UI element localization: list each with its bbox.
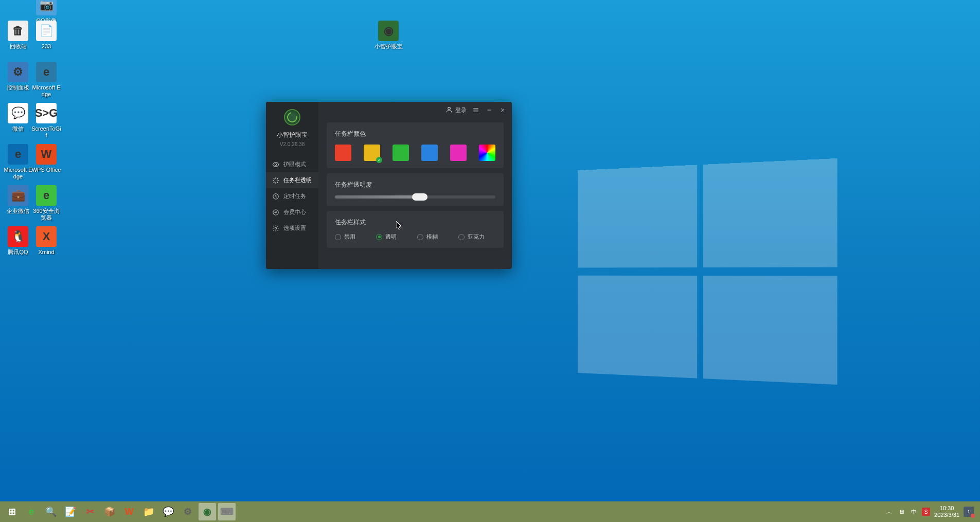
- minimize-button[interactable]: [485, 106, 493, 114]
- nav-item[interactable]: 护眼模式: [266, 156, 318, 172]
- swatch-color[interactable]: [450, 145, 467, 161]
- tray-ime1-icon[interactable]: 中: [910, 508, 918, 516]
- tray-network-icon[interactable]: 🖥: [897, 508, 905, 516]
- app-icon: e: [36, 62, 57, 82]
- system-tray: ︿ 🖥 中 S 10:30 2023/3/31 1: [885, 505, 977, 518]
- tray-notification-icon[interactable]: 1: [964, 507, 974, 517]
- login-button[interactable]: 登录: [446, 106, 467, 114]
- app-icon: e: [8, 144, 28, 165]
- radio-option[interactable]: 透明: [376, 233, 397, 241]
- nav-label: 定时任务: [283, 192, 306, 200]
- card-taskbar-color: 任务栏颜色: [327, 122, 504, 168]
- card-taskbar-style: 任务栏样式 禁用透明模糊亚克力: [327, 211, 504, 248]
- icon-label: Microsoft Edge: [31, 84, 62, 98]
- desktop-icon[interactable]: 🗑回收站: [3, 21, 33, 50]
- nav-item[interactable]: 任务栏透明: [266, 172, 318, 188]
- sparkle-icon: [272, 177, 279, 184]
- taskbar-item-snip[interactable]: ✂: [81, 503, 99, 520]
- slider-thumb[interactable]: [412, 193, 427, 201]
- app-icon: S>G: [36, 103, 57, 123]
- radio-label: 透明: [385, 233, 397, 241]
- taskbar-item-wps[interactable]: W: [120, 503, 138, 520]
- icon-label: 小智护眼宝: [373, 43, 404, 50]
- desktop-icon[interactable]: 💬微信: [3, 103, 33, 132]
- taskbar-item-start[interactable]: ⊞: [3, 503, 21, 520]
- tray-time: 10:30: [934, 505, 959, 512]
- desktop-icon[interactable]: eMicrosoft Edge: [3, 144, 33, 180]
- taskbar-item-desk[interactable]: ⌨: [218, 503, 236, 520]
- user-icon: [446, 106, 453, 114]
- app-logo-icon: [284, 109, 300, 125]
- swatch-color[interactable]: [335, 145, 351, 161]
- desktop-icon[interactable]: 💼企业微信: [3, 185, 33, 214]
- tray-date: 2023/3/31: [934, 512, 959, 518]
- desktop-icon[interactable]: e360安全浏览器: [31, 185, 62, 221]
- taskbar-item-search[interactable]: 🔍: [42, 503, 60, 520]
- tray-clock[interactable]: 10:30 2023/3/31: [934, 505, 959, 518]
- card-taskbar-opacity: 任务栏透明度: [327, 173, 504, 206]
- card-title-color: 任务栏颜色: [335, 130, 495, 138]
- snip-icon: ✂: [86, 506, 94, 517]
- icon-label: Microsoft Edge: [3, 167, 33, 180]
- taskbar-item-explorer[interactable]: 📁: [140, 503, 157, 520]
- search-icon: 🔍: [45, 506, 57, 517]
- icon-label: Xmind: [31, 249, 62, 256]
- crown-icon: [272, 209, 279, 216]
- app-sidebar: 小智护眼宝 V2.0.26.38 护眼模式任务栏透明定时任务会员中心选项设置: [266, 102, 318, 269]
- radio-option[interactable]: 亚克力: [458, 233, 485, 241]
- desktop-icon[interactable]: ◉小智护眼宝: [373, 21, 404, 50]
- tray-chevron-icon[interactable]: ︿: [885, 508, 893, 516]
- radio-option[interactable]: 禁用: [335, 233, 355, 241]
- swatch-color[interactable]: [364, 145, 380, 161]
- swatch-rainbow[interactable]: [479, 145, 495, 161]
- app-version-label: V2.0.26.38: [280, 141, 305, 147]
- eyeapp-icon: ◉: [203, 506, 211, 517]
- nav-label: 会员中心: [283, 208, 306, 216]
- nav-item[interactable]: 选项设置: [266, 220, 318, 236]
- settings-icon: ⚙: [184, 506, 192, 517]
- app-icon: 🗑: [8, 21, 28, 41]
- desktop-icon[interactable]: ⚙控制面板: [3, 62, 33, 91]
- taskbar: ⊞e🔍📝✂📦W📁💬⚙◉⌨ ︿ 🖥 中 S 10:30 2023/3/31 1: [0, 501, 980, 522]
- desk-icon: ⌨: [220, 506, 234, 517]
- taskbar-item-eyeapp[interactable]: ◉: [199, 503, 216, 520]
- desktop-icon[interactable]: XXmind: [31, 226, 62, 256]
- desktop-icon[interactable]: WWPS Office: [31, 144, 62, 173]
- app-icon: 💼: [8, 185, 28, 206]
- icon-label: 回收站: [3, 43, 33, 50]
- desktop-icon[interactable]: 📄233: [31, 21, 62, 50]
- radio-label: 禁用: [344, 233, 355, 241]
- nav-label: 选项设置: [283, 224, 306, 232]
- swatch-color[interactable]: [421, 145, 438, 161]
- taskbar-item-browser360[interactable]: e: [23, 503, 40, 520]
- svg-point-0: [275, 164, 277, 166]
- opacity-slider[interactable]: [335, 195, 495, 199]
- icon-label: 企业微信: [3, 208, 33, 214]
- radio-icon: [458, 234, 465, 240]
- nav-item[interactable]: 定时任务: [266, 188, 318, 204]
- taskbar-item-settings[interactable]: ⚙: [179, 503, 197, 520]
- nav-label: 护眼模式: [283, 160, 306, 168]
- notes-icon: 📝: [65, 506, 76, 517]
- app-name-label: 小智护眼宝: [277, 131, 308, 139]
- app-icon: W: [36, 144, 57, 165]
- tray-ime2-icon[interactable]: S: [922, 508, 930, 516]
- taskbar-item-filemanager[interactable]: 📦: [101, 503, 118, 520]
- taskbar-item-notes[interactable]: 📝: [62, 503, 79, 520]
- card-title-style: 任务栏样式: [335, 218, 495, 227]
- menu-button[interactable]: [472, 106, 480, 114]
- app-icon: 📄: [36, 21, 57, 41]
- desktop-icon[interactable]: eMicrosoft Edge: [31, 62, 62, 98]
- nav-item[interactable]: 会员中心: [266, 204, 318, 220]
- close-button[interactable]: [498, 106, 507, 114]
- taskbar-item-wechat[interactable]: 💬: [159, 503, 177, 520]
- desktop-icon[interactable]: S>GScreenToGif: [31, 103, 62, 139]
- swatch-color[interactable]: [393, 145, 409, 161]
- style-radios: 禁用透明模糊亚克力: [335, 233, 495, 241]
- icon-label: 微信: [3, 125, 33, 132]
- icon-label: 控制面板: [3, 84, 33, 91]
- radio-option[interactable]: 模糊: [417, 233, 438, 241]
- clock-icon: [272, 193, 279, 200]
- desktop-icon[interactable]: 🐧腾讯QQ: [3, 226, 33, 256]
- app-main: 登录 任务栏颜色 任务栏透明度 任务栏: [318, 102, 512, 269]
